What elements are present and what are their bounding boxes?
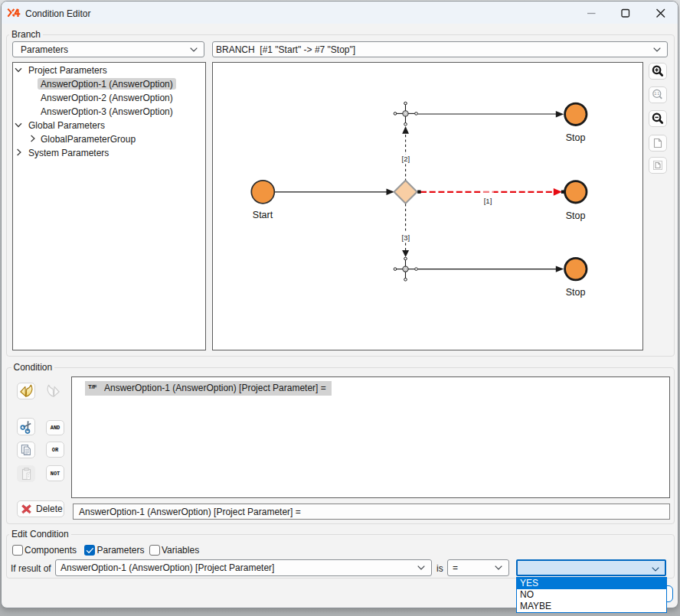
svg-text:Stop: Stop xyxy=(566,132,586,143)
svg-text:Stop: Stop xyxy=(566,287,586,298)
svg-text:[3]: [3] xyxy=(402,233,410,242)
svg-text:Stop: Stop xyxy=(566,210,586,221)
svg-text:1:1: 1:1 xyxy=(654,91,659,96)
svg-text:[2]: [2] xyxy=(402,155,410,163)
svg-text:[1]: [1] xyxy=(484,197,492,205)
svg-text:Start: Start xyxy=(253,210,273,220)
